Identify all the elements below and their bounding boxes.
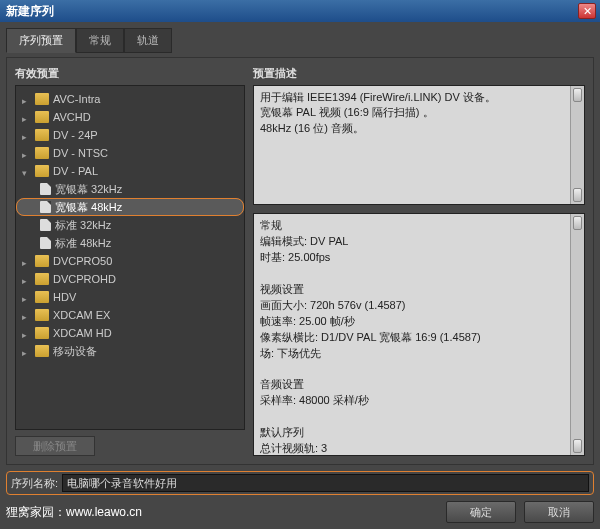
seq-head: 默认序列 (260, 425, 578, 441)
left-panel: 有效预置 AVC-IntraAVCHDDV - 24PDV - NTSCDV -… (15, 66, 245, 456)
expand-arrow-icon[interactable] (22, 166, 32, 176)
preset-tree[interactable]: AVC-IntraAVCHDDV - 24PDV - NTSCDV - PAL宽… (15, 85, 245, 430)
desc-line: 48kHz (16 位) 音频。 (260, 121, 578, 136)
expand-arrow-icon[interactable] (22, 346, 32, 356)
audio-head: 音频设置 (260, 377, 578, 393)
folder-icon (35, 129, 49, 141)
folder-icon (35, 93, 49, 105)
tree-folder[interactable]: DVCPROHD (16, 270, 244, 288)
folder-icon (35, 111, 49, 123)
tree-folder[interactable]: XDCAM EX (16, 306, 244, 324)
main-area: 有效预置 AVC-IntraAVCHDDV - 24PDV - NTSCDV -… (6, 57, 594, 465)
watermark-url: www.leawo.cn (66, 505, 142, 519)
general-head: 常规 (260, 218, 578, 234)
folder-icon (35, 291, 49, 303)
tree-item-label: XDCAM HD (53, 327, 112, 339)
tree-folder[interactable]: HDV (16, 288, 244, 306)
expand-arrow-icon[interactable] (22, 94, 32, 104)
folder-icon (35, 165, 49, 177)
tab-bar: 序列预置 常规 轨道 (6, 28, 594, 53)
expand-arrow-icon[interactable] (22, 148, 32, 158)
tree-item-label: AVCHD (53, 111, 91, 123)
preset-icon (40, 201, 51, 213)
folder-icon (35, 273, 49, 285)
sequence-name-label: 序列名称: (11, 476, 58, 491)
tree-folder[interactable]: DV - PAL (16, 162, 244, 180)
preset-description-label: 预置描述 (253, 66, 585, 81)
expand-arrow-icon[interactable] (22, 274, 32, 284)
window-body: 序列预置 常规 轨道 有效预置 AVC-IntraAVCHDDV - 24PDV… (0, 22, 600, 529)
sequence-name-row: 序列名称: (6, 471, 594, 495)
tree-item-label: DV - NTSC (53, 147, 108, 159)
tree-preset[interactable]: 宽银幕 32kHz (16, 180, 244, 198)
tree-item-label: DV - PAL (53, 165, 98, 177)
timebase: 时基: 25.00fps (260, 250, 578, 266)
expand-arrow-icon[interactable] (22, 256, 32, 266)
sample-rate: 采样率: 48000 采样/秒 (260, 393, 578, 409)
tree-folder[interactable]: DV - NTSC (16, 144, 244, 162)
video-tracks: 总计视频轨: 3 (260, 441, 578, 456)
tree-preset[interactable]: 标准 48kHz (16, 234, 244, 252)
folder-icon (35, 309, 49, 321)
ok-button[interactable]: 确定 (446, 501, 516, 523)
tree-item-label: 标准 32kHz (55, 218, 111, 233)
available-presets-label: 有效预置 (15, 66, 245, 81)
watermark: 狸窝家园：www.leawo.cn (6, 504, 142, 521)
dialog-buttons: 确定 取消 (446, 501, 594, 523)
tree-folder[interactable]: XDCAM HD (16, 324, 244, 342)
frame-rate: 帧速率: 25.00 帧/秒 (260, 314, 578, 330)
folder-icon (35, 147, 49, 159)
tree-folder[interactable]: DVCPRO50 (16, 252, 244, 270)
tree-item-label: 宽银幕 32kHz (55, 182, 122, 197)
field-order: 场: 下场优先 (260, 346, 578, 362)
tree-item-label: XDCAM EX (53, 309, 110, 321)
cancel-button[interactable]: 取消 (524, 501, 594, 523)
preset-icon (40, 237, 51, 249)
close-button[interactable]: ✕ (578, 3, 596, 19)
titlebar: 新建序列 ✕ (0, 0, 600, 22)
expand-arrow-icon[interactable] (22, 328, 32, 338)
tree-preset[interactable]: 标准 32kHz (16, 216, 244, 234)
details-box: 常规 编辑模式: DV PAL 时基: 25.00fps 视频设置 画面大小: … (253, 213, 585, 456)
tree-folder[interactable]: DV - 24P (16, 126, 244, 144)
tree-item-label: 移动设备 (53, 344, 97, 359)
tab-tracks[interactable]: 轨道 (124, 28, 172, 53)
tree-folder[interactable]: AVCHD (16, 108, 244, 126)
desc-line: 宽银幕 PAL 视频 (16:9 隔行扫描) 。 (260, 105, 578, 120)
video-head: 视频设置 (260, 282, 578, 298)
preset-icon (40, 219, 51, 231)
tab-general[interactable]: 常规 (76, 28, 124, 53)
expand-arrow-icon[interactable] (22, 130, 32, 140)
description-box: 用于编辑 IEEE1394 (FireWire/i.LINK) DV 设备。 宽… (253, 85, 585, 205)
footer: 狸窝家园：www.leawo.cn 确定 取消 (6, 501, 594, 523)
tree-preset[interactable]: 宽银幕 48kHz (16, 198, 244, 216)
folder-icon (35, 255, 49, 267)
tree-item-label: 宽银幕 48kHz (55, 200, 122, 215)
frame-size: 画面大小: 720h 576v (1.4587) (260, 298, 578, 314)
tree-item-label: DVCPROHD (53, 273, 116, 285)
tab-preset[interactable]: 序列预置 (6, 28, 76, 53)
tree-item-label: DVCPRO50 (53, 255, 112, 267)
expand-arrow-icon[interactable] (22, 112, 32, 122)
preset-icon (40, 183, 51, 195)
tree-item-label: AVC-Intra (53, 93, 100, 105)
edit-mode: 编辑模式: DV PAL (260, 234, 578, 250)
delete-preset-button: 删除预置 (15, 436, 95, 456)
tree-item-label: 标准 48kHz (55, 236, 111, 251)
window-title: 新建序列 (4, 3, 578, 20)
scrollbar[interactable] (570, 214, 584, 455)
sequence-name-input[interactable] (62, 474, 589, 492)
expand-arrow-icon[interactable] (22, 310, 32, 320)
folder-icon (35, 327, 49, 339)
tree-folder[interactable]: 移动设备 (16, 342, 244, 360)
folder-icon (35, 345, 49, 357)
tree-item-label: HDV (53, 291, 76, 303)
expand-arrow-icon[interactable] (22, 292, 32, 302)
pixel-aspect: 像素纵横比: D1/DV PAL 宽银幕 16:9 (1.4587) (260, 330, 578, 346)
scrollbar[interactable] (570, 86, 584, 204)
tree-item-label: DV - 24P (53, 129, 98, 141)
right-panel: 预置描述 用于编辑 IEEE1394 (FireWire/i.LINK) DV … (253, 66, 585, 456)
desc-line: 用于编辑 IEEE1394 (FireWire/i.LINK) DV 设备。 (260, 90, 578, 105)
tree-folder[interactable]: AVC-Intra (16, 90, 244, 108)
